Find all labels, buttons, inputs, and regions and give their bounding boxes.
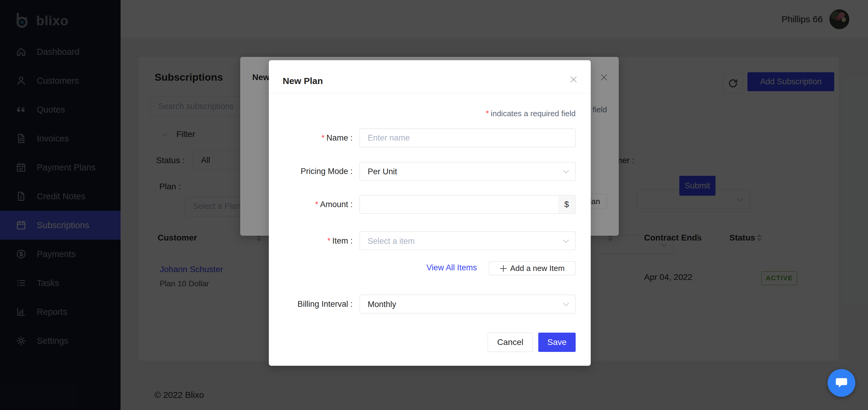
form-row-amount: *Amount : $ [283,195,576,214]
chat-launcher-button[interactable] [828,369,855,397]
form-row-item: *Item : Select a item [283,232,576,250]
name-label: *Name : [283,133,352,143]
new-plan-modal: New Plan *indicates a required field *Na… [269,60,591,366]
item-label: *Item : [283,236,352,246]
item-label-text: Item : [332,236,352,245]
form-row-name: *Name : [283,129,576,147]
add-new-item-label: Add a new Item [510,264,565,273]
item-select[interactable]: Select a item [360,232,576,250]
billing-interval-label: Billing Interval : [283,300,352,309]
form-row-pricing-mode: Pricing Mode : Per Unit [283,162,576,181]
modal-title: New Plan [283,76,323,86]
name-label-text: Name : [327,133,352,142]
form-row-billing-interval: Billing Interval : Monthly [283,295,576,313]
cancel-label: Cancel [497,337,523,347]
required-marker: * [327,236,331,245]
required-field-note: *indicates a required field [486,109,576,118]
required-marker: * [315,200,318,209]
modal-header-divider [269,93,591,93]
close-icon[interactable] [569,75,578,84]
app-root: blixo Dashboard Customers Quotes Invoice… [0,0,868,410]
save-button[interactable]: Save [538,333,576,352]
amount-label: *Amount : [283,200,352,209]
view-all-items-link[interactable]: View All Items [427,263,477,272]
required-marker: * [486,109,489,118]
billing-interval-select[interactable]: Monthly [360,295,576,313]
add-new-item-button[interactable]: Add a new Item [489,261,576,275]
required-marker: * [321,133,324,142]
amount-input[interactable] [360,195,576,214]
item-select-placeholder: Select a item [360,232,575,250]
amount-label-text: Amount : [320,200,352,209]
plus-icon [500,265,506,271]
chat-bubble-icon [835,376,848,390]
billing-interval-value: Monthly [360,295,575,314]
name-input[interactable] [360,129,576,147]
cancel-button[interactable]: Cancel [488,333,533,352]
pricing-mode-select[interactable]: Per Unit [360,162,576,181]
pricing-mode-label: Pricing Mode : [283,167,352,176]
pricing-mode-value: Per Unit [360,162,575,181]
save-label: Save [547,337,567,347]
currency-suffix: $ [558,196,575,213]
required-note-text: indicates a required field [491,109,576,118]
